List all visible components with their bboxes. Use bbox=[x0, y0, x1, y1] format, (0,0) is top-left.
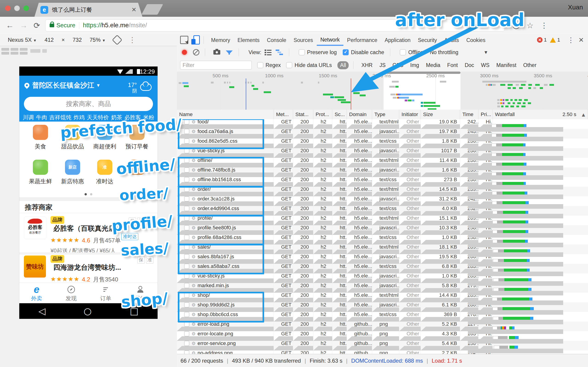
row-checkbox[interactable] bbox=[184, 187, 189, 192]
request-name[interactable]: sales.a58aba7.css bbox=[198, 264, 239, 269]
devtools-tab-console[interactable]: Console bbox=[263, 35, 290, 45]
category-link[interactable]: 川调 bbox=[23, 114, 34, 121]
row-checkbox[interactable] bbox=[184, 312, 189, 317]
request-name[interactable]: order/ bbox=[198, 187, 211, 192]
devtools-tab-performance[interactable]: Performance bbox=[343, 35, 381, 45]
row-checkbox[interactable] bbox=[184, 254, 189, 259]
devtools-tab-application[interactable]: Application bbox=[381, 35, 414, 45]
pager-dot[interactable] bbox=[90, 193, 92, 195]
type-filter-media[interactable]: Media bbox=[426, 62, 440, 68]
type-filter-doc[interactable]: Doc bbox=[465, 62, 474, 68]
grid-item[interactable]: 新店新店特惠 bbox=[57, 160, 89, 185]
request-name[interactable]: offline/ bbox=[198, 158, 212, 163]
column-header-status[interactable]: Stat... bbox=[293, 110, 313, 119]
column-header-method[interactable]: Met... bbox=[274, 110, 293, 119]
back-button[interactable]: ← bbox=[6, 21, 14, 30]
type-filter-img[interactable]: Img bbox=[410, 62, 419, 68]
forward-button[interactable]: → bbox=[20, 21, 27, 30]
android-back-icon[interactable]: ◁ bbox=[38, 306, 45, 316]
devtools-menu-icon[interactable]: ⋮ bbox=[568, 36, 574, 44]
location-selector[interactable]: 普陀区长征镇金沙江 ▼ 17° 阴 bbox=[24, 80, 153, 91]
row-checkbox[interactable] bbox=[184, 225, 189, 230]
row-checkbox[interactable] bbox=[184, 167, 189, 173]
bookmark-star-icon[interactable]: ☆ bbox=[527, 21, 534, 30]
device-height-field[interactable]: 732 bbox=[73, 37, 82, 43]
request-name[interactable]: shop.99dd6d2.js bbox=[198, 302, 234, 308]
type-filter-js[interactable]: JS bbox=[380, 62, 386, 68]
waterfall-view-icon[interactable] bbox=[276, 49, 283, 55]
row-checkbox[interactable] bbox=[184, 129, 189, 134]
warning-badge-icon[interactable] bbox=[550, 37, 556, 43]
device-select[interactable]: Nexus 5X▼ bbox=[8, 37, 37, 43]
column-header-protocol[interactable]: Prot... bbox=[313, 110, 332, 119]
devtools-tab-network[interactable]: Network bbox=[317, 34, 343, 46]
request-row[interactable]: ⚙food/GET200h2htt...h5.ele....text/htmlO… bbox=[177, 119, 588, 129]
column-header-type[interactable]: Type bbox=[372, 110, 399, 119]
column-header-priority[interactable]: Pri... bbox=[478, 110, 493, 119]
request-name[interactable]: no-address.png bbox=[198, 350, 233, 354]
row-checkbox[interactable] bbox=[184, 177, 189, 182]
row-checkbox[interactable] bbox=[184, 341, 189, 346]
request-name[interactable]: food/ bbox=[198, 119, 209, 125]
type-filter-all[interactable]: All bbox=[337, 61, 349, 69]
capture-screenshots-icon[interactable] bbox=[213, 50, 220, 55]
reload-button[interactable]: ⟳ bbox=[34, 21, 40, 30]
regex-checkbox[interactable] bbox=[257, 62, 263, 68]
list-view-icon[interactable] bbox=[265, 49, 271, 55]
throttling-select[interactable]: No throttling bbox=[430, 49, 458, 56]
app-tab-eleme-logo[interactable]: e外卖 bbox=[19, 283, 54, 303]
devtools-tab-security[interactable]: Security bbox=[414, 35, 441, 45]
android-home-icon[interactable]: ○ bbox=[84, 306, 92, 316]
clear-button[interactable] bbox=[193, 49, 199, 56]
disable-cache-checkbox[interactable] bbox=[343, 49, 349, 55]
row-checkbox[interactable] bbox=[184, 293, 189, 298]
row-checkbox[interactable] bbox=[184, 148, 189, 153]
row-checkbox[interactable] bbox=[184, 119, 189, 124]
column-header-size[interactable]: Size bbox=[421, 110, 460, 119]
row-checkbox[interactable] bbox=[184, 273, 189, 278]
type-filter-other[interactable]: Other bbox=[523, 62, 536, 68]
row-checkbox[interactable] bbox=[184, 302, 189, 307]
network-overview-timeline[interactable]: 500 ms1000 ms1500 ms2000 ms2500 ms3000 m… bbox=[177, 72, 588, 110]
request-name[interactable]: vue-sticky.js bbox=[198, 148, 225, 154]
sort-arrow-icon[interactable]: ▲ bbox=[582, 112, 585, 117]
request-name[interactable]: sales/ bbox=[198, 244, 211, 250]
row-checkbox[interactable] bbox=[184, 158, 189, 163]
row-checkbox[interactable] bbox=[184, 235, 189, 240]
request-name[interactable]: sales.8bfa167.js bbox=[198, 254, 234, 260]
request-name[interactable]: profile/ bbox=[198, 216, 213, 221]
row-checkbox[interactable] bbox=[184, 322, 189, 327]
type-filter-ws[interactable]: WS bbox=[481, 62, 489, 68]
request-name[interactable]: food.ca76a6a.js bbox=[198, 129, 233, 134]
request-name[interactable]: error-locate.png bbox=[198, 331, 233, 337]
request-name[interactable]: offline.bb15618.css bbox=[198, 177, 241, 183]
row-checkbox[interactable] bbox=[184, 331, 189, 336]
new-tab-button[interactable] bbox=[141, 4, 163, 15]
browser-tab[interactable]: e 饿了么网上订餐 ✕ bbox=[35, 3, 142, 17]
column-header-waterfall[interactable]: Waterfall2.50 s▲ bbox=[493, 110, 588, 119]
column-header-name[interactable]: Name bbox=[177, 110, 274, 119]
inspect-element-icon[interactable] bbox=[180, 36, 188, 44]
pager-dot-active[interactable] bbox=[85, 193, 87, 195]
type-filter-manifest[interactable]: Manifest bbox=[496, 62, 516, 68]
device-toolbar-toggle-icon[interactable] bbox=[193, 35, 200, 44]
type-filter-xhr[interactable]: XHR bbox=[361, 62, 372, 68]
row-checkbox[interactable] bbox=[184, 139, 189, 144]
row-checkbox[interactable] bbox=[184, 264, 189, 269]
overview-selection-handle[interactable] bbox=[384, 72, 460, 74]
devtools-close-icon[interactable]: ✕ bbox=[579, 36, 584, 44]
grid-item[interactable]: 果蔬生鲜 bbox=[24, 160, 57, 185]
zoom-window-button[interactable] bbox=[23, 6, 29, 11]
request-name[interactable]: marked.min.js bbox=[198, 283, 229, 289]
devtools-tab-audits[interactable]: Audits bbox=[441, 35, 463, 45]
column-header-time[interactable]: Time bbox=[460, 110, 478, 119]
request-name[interactable]: profile.68a4286.css bbox=[198, 235, 242, 240]
device-width-field[interactable]: 412 bbox=[44, 37, 54, 43]
type-filter-font[interactable]: Font bbox=[447, 62, 458, 68]
app-tab-compass[interactable]: 发现 bbox=[54, 283, 89, 303]
record-button[interactable] bbox=[182, 50, 187, 55]
devtools-tab-elements[interactable]: Elements bbox=[234, 35, 263, 45]
type-filter-css[interactable]: CSS bbox=[393, 62, 403, 68]
device-toolbar-menu-icon[interactable]: ⋮ bbox=[129, 35, 136, 44]
preserve-log-checkbox[interactable] bbox=[299, 49, 305, 55]
